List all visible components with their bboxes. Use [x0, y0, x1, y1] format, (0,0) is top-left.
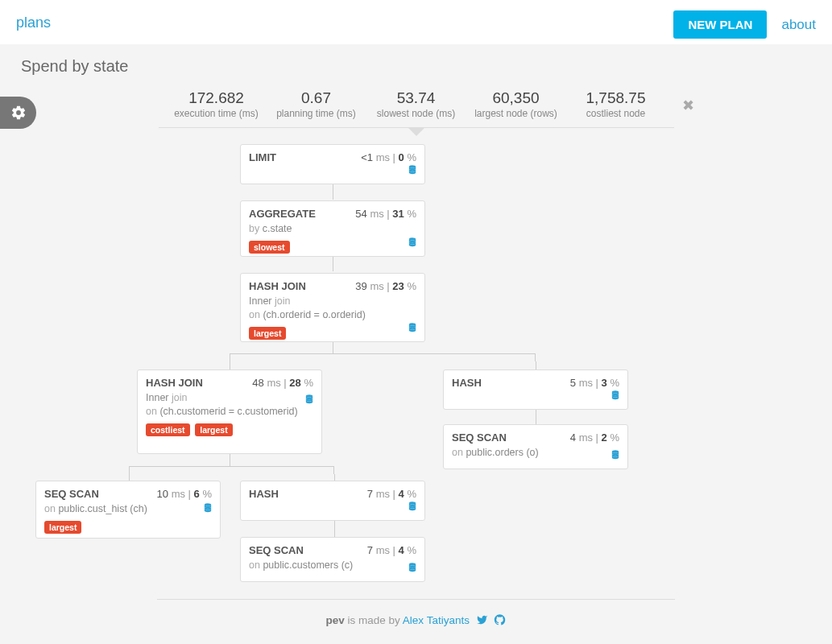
- svg-point-8: [409, 563, 416, 565]
- svg-point-0: [409, 165, 416, 167]
- connector: [334, 474, 335, 481]
- node-detail: on public.orders (o): [452, 446, 619, 460]
- badge-largest: largest: [44, 521, 81, 534]
- header: plans NEW PLAN about: [0, 0, 832, 44]
- app-name: pev: [326, 614, 345, 626]
- stat-execution-time: 172.682 execution time (ms): [167, 90, 267, 119]
- node-timing: 4 ms | 2 %: [570, 431, 619, 444]
- twitter-link[interactable]: [473, 614, 488, 626]
- node-detail: Inner join on (ch.orderid = o.orderid): [249, 295, 416, 322]
- database-icon: [611, 390, 619, 402]
- node-hash-join[interactable]: HASH JOIN 48 ms | 28 % Inner join on (ch…: [137, 369, 322, 454]
- node-title: LIMIT: [249, 151, 276, 163]
- stat-costliest-node: 1,758.75 costliest node: [566, 90, 666, 119]
- node-seq-scan[interactable]: SEQ SCAN 7 ms | 4 % on public.customers …: [240, 537, 425, 582]
- settings-toggle[interactable]: [0, 97, 36, 129]
- github-link[interactable]: [491, 614, 506, 626]
- stats-bar: 172.682 execution time (ms) 0.67 plannin…: [159, 85, 674, 128]
- node-timing: 5 ms | 3 %: [570, 377, 619, 389]
- node-timing: <1 ms | 0 %: [361, 151, 416, 163]
- node-detail: by c.state: [249, 222, 416, 236]
- author-link[interactable]: Alex Tatiyants: [403, 614, 470, 626]
- connector: [536, 408, 536, 424]
- node-seq-scan[interactable]: SEQ SCAN 10 ms | 6 % on public.cust_hist…: [35, 481, 221, 539]
- node-hash-join[interactable]: HASH JOIN 39 ms | 23 % Inner join on (ch…: [240, 273, 425, 342]
- connector: [333, 184, 333, 200]
- node-hash[interactable]: HASH 5 ms | 3 %: [443, 369, 628, 410]
- node-title: SEQ SCAN: [44, 488, 99, 500]
- stat-slowest-node: 53.74 slowest node (ms): [366, 90, 466, 119]
- stats-pointer-icon: [408, 128, 424, 136]
- badge-largest: largest: [249, 327, 286, 340]
- database-icon: [408, 563, 416, 575]
- node-detail: Inner join on (ch.customerid = c.custome…: [146, 391, 313, 419]
- node-title: AGGREGATE: [249, 208, 316, 220]
- stat-planning-time: 0.67 planning time (ms): [267, 90, 366, 119]
- database-icon: [408, 165, 416, 177]
- connector: [333, 255, 333, 271]
- stat-largest-node: 60,350 largest node (rows): [466, 90, 566, 119]
- node-title: HASH JOIN: [249, 280, 306, 292]
- database-icon: [408, 237, 416, 250]
- node-hash[interactable]: HASH 7 ms | 4 %: [240, 481, 425, 521]
- connector: [129, 466, 334, 474]
- footer: pev is made by Alex Tatiyants: [0, 614, 832, 626]
- database-icon: [305, 394, 313, 407]
- node-timing: 7 ms | 4 %: [367, 544, 416, 556]
- connector: [129, 474, 130, 481]
- database-icon: [204, 503, 212, 515]
- node-timing: 54 ms | 31 %: [355, 208, 416, 220]
- node-title: HASH JOIN: [146, 377, 203, 389]
- node-detail: on public.cust_hist (ch): [44, 502, 212, 516]
- svg-point-5: [612, 450, 619, 452]
- svg-point-4: [612, 390, 619, 393]
- close-icon[interactable]: ✖: [682, 97, 694, 114]
- node-title: SEQ SCAN: [452, 431, 507, 444]
- badge-slowest: slowest: [249, 241, 290, 254]
- twitter-icon: [476, 614, 488, 625]
- node-timing: 39 ms | 23 %: [355, 280, 416, 292]
- connector: [230, 353, 536, 361]
- node-timing: 48 ms | 28 %: [252, 377, 313, 389]
- connector: [230, 453, 230, 466]
- svg-point-2: [409, 323, 416, 325]
- node-aggregate[interactable]: AGGREGATE 54 ms | 31 % by c.state slowes…: [240, 200, 425, 257]
- svg-point-3: [306, 394, 313, 397]
- new-plan-button[interactable]: NEW PLAN: [673, 10, 767, 39]
- badge-costliest: costliest: [146, 423, 190, 436]
- nav-plans-link[interactable]: plans: [16, 14, 51, 31]
- badge-largest: largest: [195, 423, 232, 436]
- node-limit[interactable]: LIMIT <1 ms | 0 %: [240, 144, 425, 184]
- github-icon: [494, 614, 506, 625]
- svg-point-1: [409, 237, 416, 240]
- footer-divider: [157, 599, 675, 600]
- node-seq-scan[interactable]: SEQ SCAN 4 ms | 2 % on public.orders (o): [443, 424, 628, 469]
- nav-about-link[interactable]: about: [781, 17, 816, 33]
- database-icon: [408, 502, 416, 514]
- node-detail: on public.customers (c): [249, 559, 416, 572]
- node-title: HASH: [249, 488, 279, 500]
- node-title: SEQ SCAN: [249, 544, 304, 556]
- node-timing: 10 ms | 6 %: [157, 488, 212, 500]
- gear-icon: [10, 105, 27, 121]
- svg-point-7: [409, 502, 416, 504]
- database-icon: [408, 323, 416, 335]
- node-title: HASH: [452, 377, 482, 389]
- node-timing: 7 ms | 4 %: [367, 488, 416, 500]
- svg-point-6: [205, 503, 211, 506]
- connector: [230, 361, 230, 369]
- connector: [333, 341, 333, 353]
- page-title: Spend by state: [0, 44, 832, 76]
- connector: [536, 361, 536, 369]
- database-icon: [611, 450, 619, 462]
- plan-tree: LIMIT <1 ms | 0 % AGGREGATE 54 ms | 31 %…: [0, 136, 832, 619]
- connector: [334, 521, 335, 537]
